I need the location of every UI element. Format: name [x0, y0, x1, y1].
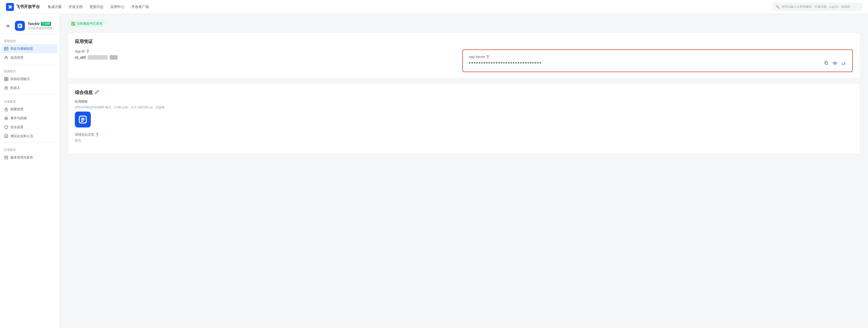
search-bar[interactable]: 🔍 你可以输入文档关键词、开发问题、Log ID、错误码 [773, 3, 862, 11]
credentials-icon [4, 46, 8, 51]
logo-icon [6, 3, 14, 11]
app-icon-box [15, 21, 25, 31]
sidebar-item-members-label: 成员管理 [10, 56, 23, 60]
edit-icon[interactable] [95, 90, 99, 95]
sidebar-item-test[interactable]: 测试企业和人员 [0, 132, 59, 141]
nav-docs[interactable]: 开发文档 [69, 5, 83, 9]
check-icon: ✅ [71, 22, 75, 26]
app-id-question-icon[interactable]: ❓ [86, 50, 90, 53]
sidebar-item-events[interactable]: 事件与回调 [0, 114, 59, 123]
view-secret-button[interactable] [832, 61, 838, 67]
app-status-badge: 已启用 [41, 22, 51, 26]
admin-home-value: 暂无 [75, 138, 853, 143]
test-icon [4, 134, 8, 138]
app-secret-question-icon[interactable]: ❓ [486, 55, 490, 59]
version-icon [4, 155, 8, 160]
svg-point-3 [5, 56, 7, 58]
svg-rect-5 [6, 77, 8, 79]
app-id-masked-2 [110, 55, 118, 60]
app-id-value: cli_a65 [75, 55, 453, 60]
logo: 飞书开放平台 [6, 3, 40, 11]
app-name: TorchV 已启用 [28, 22, 56, 26]
app-id-block: App ID ❓ cli_a65 [75, 50, 453, 60]
sidebar-item-credentials-label: 凭证与基础信息 [10, 46, 33, 51]
sidebar-item-credentials[interactable]: 凭证与基础信息 [2, 44, 58, 53]
top-nav: 飞书开放平台 集成方案 开发文档 更新日志 应用中心 开发者广场 🔍 你可以输入… [0, 0, 868, 14]
svg-point-15 [833, 62, 837, 64]
robot-icon [4, 86, 8, 90]
sidebar: TorchV 已启用 正式应用@杭州萌嘉网络科技有限公司 基础信息 凭证与基础信… [0, 14, 60, 328]
search-icon: 🔍 [776, 5, 780, 9]
sidebar-item-members[interactable]: 成员管理 [0, 53, 59, 62]
admin-home-label: 管理后台主页 ❓ [75, 132, 853, 137]
section-title-ability: 应用能力 [0, 66, 59, 74]
divider-2 [4, 94, 56, 95]
app-id-text: cli_a65 [75, 56, 86, 59]
app-secret-label: App Secret ❓ [469, 55, 846, 59]
banner-text: 当前修改均已发布 [76, 21, 102, 26]
app-secret-card: App Secret ❓ ***************************… [462, 50, 853, 72]
svg-rect-2 [4, 47, 8, 50]
sidebar-item-version-label: 版本管理与发布 [10, 155, 33, 160]
refresh-secret-button[interactable] [840, 61, 846, 67]
svg-point-9 [6, 86, 6, 87]
app-icon-hint: JPEG/PNG/SVG/BMP 格式，2 MB 以内，大于 240*240 p… [75, 105, 853, 109]
app-icon-preview[interactable] [75, 111, 91, 128]
credentials-title: 应用凭证 [75, 38, 853, 44]
logo-text: 飞书开放平台 [16, 4, 40, 9]
app-info: TorchV 已启用 正式应用@杭州萌嘉网络科技有限公司 [28, 22, 56, 30]
sidebar-item-robot[interactable]: 机器人 [0, 84, 59, 92]
nav-changelog[interactable]: 更新日志 [90, 5, 103, 9]
svg-point-11 [5, 118, 7, 119]
credentials-card: 应用凭证 App ID ❓ cli_a65 [68, 32, 860, 78]
comprehensive-header: 综合信息 [75, 90, 853, 95]
svg-point-16 [834, 63, 835, 64]
permissions-icon [4, 107, 8, 111]
sidebar-item-version[interactable]: 版本管理与发布 [0, 153, 59, 162]
home-button[interactable] [4, 22, 12, 30]
section-title-basic: 基础信息 [0, 36, 59, 44]
sidebar-item-security-label: 安全设置 [10, 125, 23, 129]
svg-rect-8 [5, 87, 8, 89]
svg-rect-7 [6, 79, 8, 81]
section-title-publish: 应用发布 [0, 145, 59, 153]
members-icon [4, 56, 8, 60]
search-placeholder: 你可以输入文档关键词、开发问题、Log ID、错误码 [782, 5, 850, 9]
secret-row: ****************************** [469, 61, 846, 67]
section-title-dev: 开发配置 [0, 97, 59, 105]
credentials-row: App ID ❓ cli_a65 App Secret ❓ [75, 50, 853, 72]
sidebar-item-events-label: 事件与回调 [10, 116, 27, 121]
svg-rect-4 [4, 77, 6, 79]
comprehensive-card: 综合信息 应用图标 JPEG/PNG/SVG/BMP 格式，2 MB 以内，大于… [68, 83, 860, 154]
divider-1 [4, 64, 56, 64]
svg-rect-6 [4, 79, 6, 81]
sidebar-item-robot-label: 机器人 [10, 86, 20, 90]
main-content: ✅ 当前修改均已发布 应用凭证 App ID ❓ cli_a65 [60, 14, 868, 328]
copy-secret-button[interactable] [824, 61, 830, 67]
app-id-masked-1 [88, 55, 108, 60]
app-id-label: App ID ❓ [75, 50, 453, 53]
published-banner: ✅ 当前修改均已发布 [68, 20, 106, 27]
admin-home-question-icon[interactable]: ❓ [95, 133, 99, 136]
app-icon-svg [78, 114, 88, 125]
security-icon [4, 125, 8, 129]
comprehensive-title: 综合信息 [75, 90, 93, 95]
sidebar-item-permissions-label: 权限管理 [10, 107, 23, 111]
sidebar-item-permissions[interactable]: 权限管理 [0, 105, 59, 114]
sidebar-item-add-ability[interactable]: 添加应用能力 [0, 74, 59, 84]
app-secret-dots: ****************************** [469, 61, 821, 67]
nav-appcenter[interactable]: 应用中心 [111, 5, 124, 9]
app-sub-text: 正式应用@杭州萌嘉网络科技有限公司 [28, 26, 56, 30]
svg-rect-14 [826, 62, 828, 65]
svg-rect-10 [5, 109, 7, 111]
admin-home-field: 管理后台主页 ❓ 暂无 [75, 132, 853, 143]
nav-items: 集成方案 开发文档 更新日志 应用中心 开发者广场 [48, 5, 149, 9]
nav-marketplace[interactable]: 开发者广场 [131, 5, 149, 9]
nav-integration[interactable]: 集成方案 [48, 5, 62, 9]
app-icon-label: 应用图标 [75, 99, 853, 104]
add-ability-icon [4, 77, 8, 81]
sidebar-item-add-ability-label: 添加应用能力 [10, 77, 30, 81]
app-icon-field: 应用图标 JPEG/PNG/SVG/BMP 格式，2 MB 以内，大于 240*… [75, 99, 853, 128]
sidebar-item-security[interactable]: 安全设置 [0, 123, 59, 132]
app-header: TorchV 已启用 正式应用@杭州萌嘉网络科技有限公司 [0, 18, 59, 34]
